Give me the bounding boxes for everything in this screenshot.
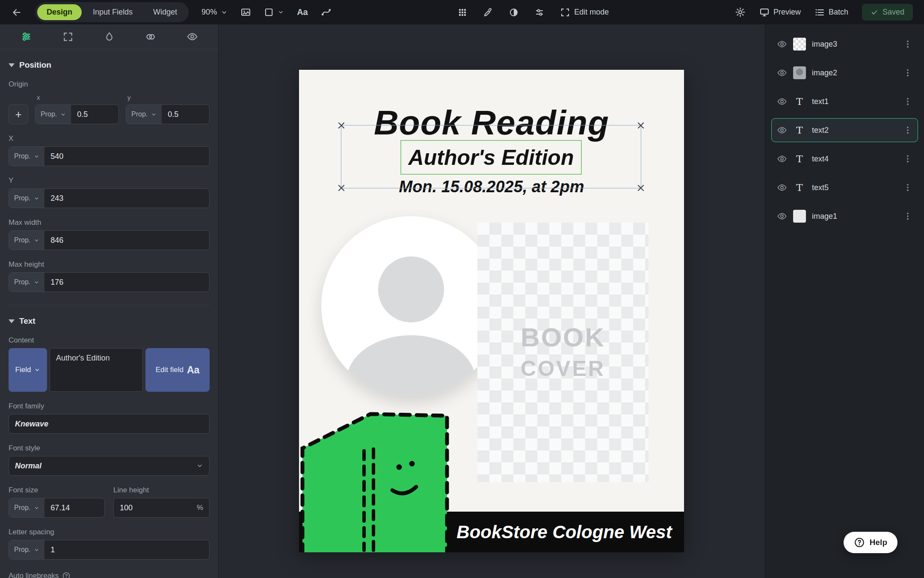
preview-button[interactable]: Preview bbox=[759, 7, 801, 18]
letter-spacing-unit-select[interactable]: Prop. bbox=[9, 540, 44, 559]
edit-mode-toggle[interactable]: Edit mode bbox=[560, 7, 609, 18]
batch-button[interactable]: Batch bbox=[814, 7, 848, 18]
tab-properties[interactable] bbox=[21, 31, 32, 42]
help-circle-icon[interactable] bbox=[62, 572, 71, 578]
selected-text-field[interactable]: Author's Edition bbox=[400, 140, 582, 175]
origin-x-input[interactable] bbox=[71, 105, 118, 124]
origin-x-unit-select[interactable]: Prop. bbox=[36, 105, 71, 124]
layer-row-text2[interactable]: T text2 bbox=[771, 118, 918, 142]
book-cover-placeholder[interactable]: BOOK COVER bbox=[477, 223, 649, 482]
selection-handle-icon[interactable] bbox=[337, 184, 346, 192]
contrast-button[interactable] bbox=[509, 7, 519, 18]
avatar-head-shape bbox=[378, 256, 444, 322]
visibility-toggle[interactable] bbox=[777, 182, 787, 193]
tab-design[interactable]: Design bbox=[37, 4, 82, 20]
properties-panel-tabs bbox=[0, 24, 218, 49]
max-height-input[interactable] bbox=[44, 273, 209, 292]
layer-menu-button[interactable] bbox=[903, 125, 912, 135]
canvas-area[interactable]: Book Reading Author's Edition Mon. 15.08… bbox=[219, 24, 765, 578]
prop-label: Prop. bbox=[131, 110, 148, 118]
layer-row-image1[interactable]: image1 bbox=[771, 204, 918, 228]
green-book-illustration[interactable] bbox=[300, 409, 450, 552]
layer-menu-button[interactable] bbox=[903, 97, 912, 106]
visibility-toggle[interactable] bbox=[777, 154, 787, 164]
poster-artboard[interactable]: Book Reading Author's Edition Mon. 15.08… bbox=[299, 70, 684, 552]
layer-menu-button[interactable] bbox=[903, 39, 912, 49]
visibility-toggle[interactable] bbox=[777, 125, 787, 135]
font-family-input[interactable] bbox=[9, 414, 210, 434]
font-style-select[interactable]: Normal bbox=[9, 456, 210, 476]
position-section-header[interactable]: Position bbox=[9, 60, 210, 70]
layer-row-image3[interactable]: image3 bbox=[771, 32, 918, 56]
layer-row-text1[interactable]: T text1 bbox=[771, 89, 918, 113]
eye-icon bbox=[187, 31, 198, 42]
section-divider bbox=[9, 305, 210, 305]
tab-fill[interactable] bbox=[104, 31, 115, 42]
insert-image-button[interactable] bbox=[240, 7, 251, 18]
max-height-unit-select[interactable]: Prop. bbox=[9, 273, 44, 292]
selection-handle-icon[interactable] bbox=[637, 184, 645, 192]
eye-icon bbox=[777, 182, 787, 193]
letter-spacing-input[interactable] bbox=[44, 540, 209, 559]
font-size-input[interactable] bbox=[44, 498, 104, 517]
layer-row-text5[interactable]: T text5 bbox=[771, 176, 918, 200]
prop-label: Prop. bbox=[14, 194, 30, 202]
visibility-toggle[interactable] bbox=[777, 39, 787, 49]
back-button[interactable] bbox=[11, 7, 22, 18]
text-layer-icon: T bbox=[793, 96, 806, 107]
chevron-down-icon bbox=[34, 547, 39, 553]
content-textarea[interactable]: Author's Edition bbox=[50, 348, 143, 392]
layer-row-text4[interactable]: T text4 bbox=[771, 147, 918, 171]
field-select-button[interactable]: Field bbox=[9, 348, 47, 392]
x-group: Prop. bbox=[9, 146, 210, 166]
zoom-select[interactable]: 90% bbox=[201, 8, 228, 17]
layer-menu-button[interactable] bbox=[903, 212, 912, 221]
selection-handle-icon[interactable] bbox=[337, 121, 346, 130]
y-input[interactable] bbox=[44, 189, 209, 208]
insert-frame-button[interactable] bbox=[264, 7, 284, 17]
letter-spacing-label: Letter spacing bbox=[9, 528, 210, 536]
x-input[interactable] bbox=[44, 147, 209, 166]
y-unit-select[interactable]: Prop. bbox=[9, 189, 44, 208]
adjustments-button[interactable] bbox=[534, 7, 545, 18]
grid-toggle-button[interactable] bbox=[457, 7, 468, 18]
edit-field-button[interactable]: Edit field Aa bbox=[145, 348, 210, 392]
avatar-torso-shape bbox=[346, 335, 476, 396]
insert-shape-button[interactable] bbox=[321, 7, 332, 18]
tab-widget[interactable]: Widget bbox=[144, 4, 187, 20]
visibility-toggle[interactable] bbox=[777, 96, 787, 107]
batch-label: Batch bbox=[829, 8, 848, 17]
layer-row-image2[interactable]: image2 bbox=[771, 61, 918, 85]
text-section-header[interactable]: Text bbox=[9, 316, 210, 326]
font-size-unit-select[interactable]: Prop. bbox=[9, 498, 44, 517]
max-width-input[interactable] bbox=[44, 231, 209, 250]
insert-text-button[interactable]: Aa bbox=[297, 7, 308, 17]
line-height-group: % bbox=[113, 498, 210, 518]
eyedropper-button[interactable] bbox=[483, 7, 493, 18]
x-unit-select[interactable]: Prop. bbox=[9, 147, 44, 166]
field-button-label: Field bbox=[15, 366, 31, 374]
help-button[interactable]: Help bbox=[844, 532, 897, 553]
origin-y-input[interactable] bbox=[162, 105, 209, 124]
layer-menu-button[interactable] bbox=[903, 68, 912, 77]
saved-button[interactable]: Saved bbox=[862, 4, 913, 21]
visibility-toggle[interactable] bbox=[777, 211, 787, 221]
tab-visibility[interactable] bbox=[187, 31, 198, 42]
gear-icon bbox=[735, 7, 746, 18]
font-style-value: Normal bbox=[15, 462, 41, 471]
add-origin-button[interactable]: + bbox=[9, 104, 28, 124]
tab-input-fields[interactable]: Input Fields bbox=[83, 4, 142, 20]
layer-menu-button[interactable] bbox=[903, 183, 912, 192]
properties-panel-body: Position Origin x y + Prop. bbox=[0, 49, 218, 578]
origin-y-unit-select[interactable]: Prop. bbox=[126, 105, 162, 124]
settings-button[interactable] bbox=[735, 7, 746, 18]
avatar-placeholder[interactable] bbox=[321, 216, 501, 396]
tab-transform[interactable] bbox=[62, 31, 74, 42]
tab-blend[interactable] bbox=[145, 31, 156, 42]
max-width-unit-select[interactable]: Prop. bbox=[9, 231, 44, 250]
line-height-input[interactable] bbox=[114, 498, 191, 517]
visibility-toggle[interactable] bbox=[777, 68, 787, 78]
layer-menu-button[interactable] bbox=[903, 154, 912, 164]
layer-name: text2 bbox=[812, 126, 897, 135]
selection-handle-icon[interactable] bbox=[637, 121, 645, 130]
